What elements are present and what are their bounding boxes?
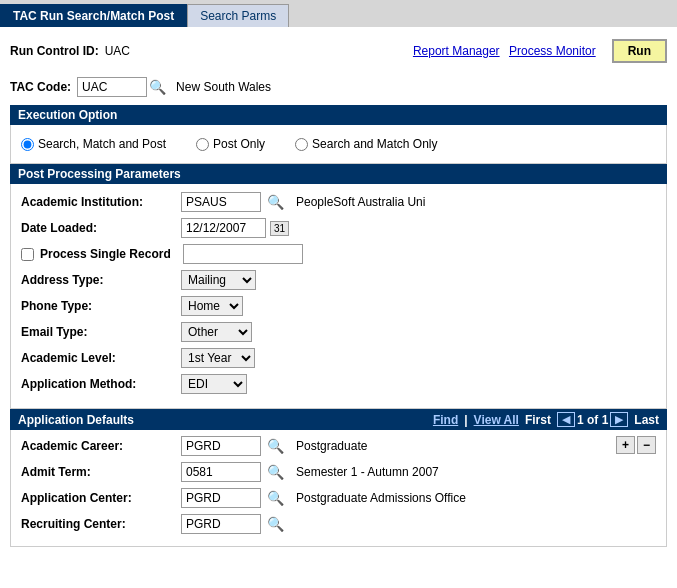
phone-type-label: Phone Type: xyxy=(21,299,181,313)
radio-post-only-label: Post Only xyxy=(213,137,265,151)
application-center-search-icon[interactable]: 🔍 xyxy=(267,490,284,506)
process-single-record-row: Process Single Record xyxy=(21,244,656,264)
academic-level-select[interactable]: 1st Year 2nd Year 3rd Year 4th Year xyxy=(181,348,255,368)
run-control-row: Run Control ID: UAC Report Manager Proce… xyxy=(10,35,667,67)
execution-option-body: Search, Match and Post Post Only Search … xyxy=(10,125,667,164)
run-control-label: Run Control ID: xyxy=(10,44,99,58)
view-all-link[interactable]: View All xyxy=(474,413,519,427)
first-label: First xyxy=(525,413,551,427)
process-single-record-checkbox[interactable] xyxy=(21,248,34,261)
process-single-record-input[interactable] xyxy=(183,244,303,264)
phone-type-select[interactable]: Home Work Mobile Other xyxy=(181,296,243,316)
application-center-row: Application Center: 🔍 Postgraduate Admis… xyxy=(21,488,656,508)
email-type-value: Other Work Home Campus xyxy=(181,322,252,342)
application-center-label: Application Center: xyxy=(21,491,181,505)
tab-search-parms[interactable]: Search Parms xyxy=(187,4,289,27)
academic-career-search-icon[interactable]: 🔍 xyxy=(267,438,284,454)
academic-career-row: Academic Career: 🔍 Postgraduate xyxy=(21,436,656,456)
radio-search-match-only-input[interactable] xyxy=(295,138,308,151)
run-button[interactable]: Run xyxy=(612,39,667,63)
radio-search-match-post[interactable]: Search, Match and Post xyxy=(21,137,166,151)
links-area: Report Manager Process Monitor xyxy=(413,44,602,58)
academic-institution-value: 🔍 PeopleSoft Australia Uni xyxy=(181,192,425,212)
recruiting-center-row: Recruiting Center: 🔍 xyxy=(21,514,656,534)
page-info: 1 of 1 xyxy=(577,413,608,427)
application-method-select[interactable]: EDI Manual Online xyxy=(181,374,247,394)
academic-institution-label: Academic Institution: xyxy=(21,195,181,209)
separator: | xyxy=(464,413,467,427)
academic-level-value: 1st Year 2nd Year 3rd Year 4th Year xyxy=(181,348,255,368)
tac-code-description: New South Wales xyxy=(176,80,271,94)
radio-search-match-post-label: Search, Match and Post xyxy=(38,137,166,151)
academic-career-label: Academic Career: xyxy=(21,439,181,453)
last-label: Last xyxy=(634,413,659,427)
email-type-select[interactable]: Other Work Home Campus xyxy=(181,322,252,342)
application-method-value: EDI Manual Online xyxy=(181,374,247,394)
tab-bar: TAC Run Search/Match Post Search Parms xyxy=(0,0,677,27)
address-type-select[interactable]: Mailing Home Business Other xyxy=(181,270,256,290)
academic-institution-desc: PeopleSoft Australia Uni xyxy=(296,195,425,209)
recruiting-center-value: 🔍 xyxy=(181,514,284,534)
app-defaults-title: Application Defaults xyxy=(18,413,134,427)
academic-institution-input[interactable] xyxy=(181,192,261,212)
address-type-value: Mailing Home Business Other xyxy=(181,270,256,290)
admit-term-input[interactable] xyxy=(181,462,261,482)
recruiting-center-input[interactable] xyxy=(181,514,261,534)
radio-search-match-post-input[interactable] xyxy=(21,138,34,151)
radio-post-only-input[interactable] xyxy=(196,138,209,151)
academic-level-row: Academic Level: 1st Year 2nd Year 3rd Ye… xyxy=(21,348,656,368)
recruiting-center-search-icon[interactable]: 🔍 xyxy=(267,516,284,532)
tac-code-label: TAC Code: xyxy=(10,80,71,94)
execution-option-radio-row: Search, Match and Post Post Only Search … xyxy=(21,133,656,155)
email-type-row: Email Type: Other Work Home Campus xyxy=(21,322,656,342)
report-manager-link[interactable]: Report Manager xyxy=(413,44,500,58)
post-processing-header: Post Processing Parameters xyxy=(10,164,667,184)
application-method-label: Application Method: xyxy=(21,377,181,391)
process-single-record-label: Process Single Record xyxy=(40,247,171,261)
admit-term-value: 🔍 Semester 1 - Autumn 2007 xyxy=(181,462,439,482)
process-monitor-link[interactable]: Process Monitor xyxy=(509,44,596,58)
academic-career-input[interactable] xyxy=(181,436,261,456)
app-defaults-body: + − Academic Career: 🔍 Postgraduate Admi… xyxy=(10,430,667,547)
add-del-buttons: + − xyxy=(616,436,656,454)
app-defaults-header: Application Defaults Find | View All Fir… xyxy=(10,409,667,430)
next-page-button[interactable]: ▶ xyxy=(610,412,628,427)
date-loaded-label: Date Loaded: xyxy=(21,221,181,235)
academic-career-desc: Postgraduate xyxy=(296,439,367,453)
phone-type-row: Phone Type: Home Work Mobile Other xyxy=(21,296,656,316)
post-processing-body: Academic Institution: 🔍 PeopleSoft Austr… xyxy=(10,184,667,409)
application-center-input[interactable] xyxy=(181,488,261,508)
academic-level-label: Academic Level: xyxy=(21,351,181,365)
address-type-row: Address Type: Mailing Home Business Othe… xyxy=(21,270,656,290)
calendar-icon[interactable]: 31 xyxy=(270,221,289,236)
phone-type-value: Home Work Mobile Other xyxy=(181,296,243,316)
run-control-value: UAC xyxy=(105,44,130,58)
admit-term-label: Admit Term: xyxy=(21,465,181,479)
admit-term-desc: Semester 1 - Autumn 2007 xyxy=(296,465,439,479)
first-page-button[interactable]: ◀ xyxy=(557,412,575,427)
date-loaded-input[interactable] xyxy=(181,218,266,238)
find-link[interactable]: Find xyxy=(433,413,458,427)
academic-institution-row: Academic Institution: 🔍 PeopleSoft Austr… xyxy=(21,192,656,212)
date-loaded-row: Date Loaded: 31 xyxy=(21,218,656,238)
tab-tac-run-search[interactable]: TAC Run Search/Match Post xyxy=(0,4,187,27)
tac-search-icon[interactable]: 🔍 xyxy=(149,79,166,95)
main-container: TAC Run Search/Match Post Search Parms R… xyxy=(0,0,677,588)
delete-row-button[interactable]: − xyxy=(637,436,656,454)
application-center-value: 🔍 Postgraduate Admissions Office xyxy=(181,488,466,508)
tac-code-input[interactable] xyxy=(77,77,147,97)
recruiting-center-label: Recruiting Center: xyxy=(21,517,181,531)
application-center-desc: Postgraduate Admissions Office xyxy=(296,491,466,505)
add-row-button[interactable]: + xyxy=(616,436,635,454)
radio-search-match-only[interactable]: Search and Match Only xyxy=(295,137,437,151)
admit-term-search-icon[interactable]: 🔍 xyxy=(267,464,284,480)
tac-code-row: TAC Code: 🔍 New South Wales xyxy=(10,77,667,97)
radio-post-only[interactable]: Post Only xyxy=(196,137,265,151)
application-method-row: Application Method: EDI Manual Online xyxy=(21,374,656,394)
academic-institution-search-icon[interactable]: 🔍 xyxy=(267,194,284,210)
pagination: ◀ 1 of 1 ▶ xyxy=(557,412,628,427)
execution-option-header: Execution Option xyxy=(10,105,667,125)
academic-career-value: 🔍 Postgraduate xyxy=(181,436,367,456)
radio-search-match-only-label: Search and Match Only xyxy=(312,137,437,151)
admit-term-row: Admit Term: 🔍 Semester 1 - Autumn 2007 xyxy=(21,462,656,482)
